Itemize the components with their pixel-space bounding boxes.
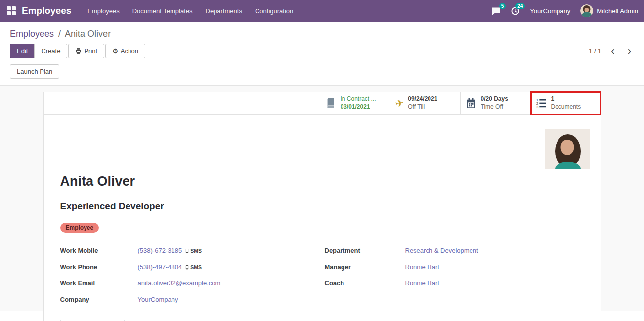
- work-mobile-row: Work Mobile (538)-672-3185 SMS: [60, 242, 325, 259]
- pager-next-icon[interactable]: ›: [625, 48, 634, 55]
- contract-status: In Contract ...: [341, 95, 376, 103]
- work-phone-row: Work Phone (538)-497-4804 SMS: [60, 259, 325, 275]
- create-button[interactable]: Create: [34, 44, 67, 58]
- user-menu[interactable]: Mitchell Admin: [580, 4, 638, 17]
- fields-right-column: Department Research & Development Manage…: [325, 242, 584, 308]
- work-email-value[interactable]: anita.oliver32@example.com: [138, 280, 221, 287]
- company-row: Company YourCompany: [60, 291, 325, 308]
- breadcrumb-current: Anita Oliver: [65, 29, 111, 39]
- grid-square: [7, 11, 11, 15]
- edit-button[interactable]: Edit: [10, 44, 35, 58]
- work-phone-label: Work Phone: [60, 263, 138, 271]
- time-off-days: 0/20 Days: [481, 95, 508, 103]
- pager-value: 1 / 1: [589, 47, 601, 55]
- book-icon: [325, 98, 336, 109]
- work-email-label: Work Email: [60, 280, 138, 287]
- coach-label: Coach: [325, 280, 399, 287]
- fields-grid: Work Mobile (538)-672-3185 SMS Work Phon…: [60, 242, 584, 308]
- breadcrumb-parent[interactable]: Employees: [10, 29, 54, 39]
- statusbar: Launch Plan: [0, 62, 644, 86]
- contract-date: 03/01/2021: [341, 103, 376, 111]
- employee-form-sheet: In Contract ... 03/01/2021 ✈ 09/24/2021 …: [43, 92, 601, 321]
- breadcrumb-separator: /: [58, 29, 61, 39]
- user-name: Mitchell Admin: [597, 7, 638, 15]
- company-label: Company: [60, 296, 138, 303]
- work-phone-sms-link[interactable]: SMS: [185, 264, 202, 270]
- sms-label: SMS: [190, 248, 202, 254]
- activities-badge: 24: [515, 3, 525, 9]
- calendar-icon: [466, 98, 476, 109]
- employee-job-title: Experienced Developer: [60, 201, 584, 212]
- stat-button-box: In Contract ... 03/01/2021 ✈ 09/24/2021 …: [44, 92, 601, 115]
- messages-button[interactable]: 5: [491, 6, 501, 16]
- mobile-phone-icon: [185, 248, 189, 254]
- printer-icon: [75, 48, 82, 54]
- menu-item-departments[interactable]: Departments: [200, 4, 248, 18]
- work-mobile-value[interactable]: (538)-672-3185 SMS: [138, 247, 202, 254]
- work-phone-value[interactable]: (538)-497-4804 SMS: [138, 263, 202, 271]
- pager: 1 / 1 ‹ ›: [589, 47, 634, 55]
- breadcrumb: Employees / Anita Oliver: [0, 22, 644, 40]
- apps-menu-icon[interactable]: [7, 6, 16, 15]
- ordered-list-icon: 123: [536, 98, 547, 109]
- control-panel-toolbar: Edit Create Print ⚙ Action 1 / 1 ‹ ›: [0, 40, 644, 62]
- documents-stat-text: 1 Documents: [551, 95, 581, 111]
- contract-stat-text: In Contract ... 03/01/2021: [341, 95, 376, 111]
- gear-icon: ⚙: [112, 47, 118, 55]
- company-value[interactable]: YourCompany: [138, 296, 178, 303]
- employee-photo[interactable]: [545, 129, 590, 169]
- fields-left-column: Work Mobile (538)-672-3185 SMS Work Phon…: [60, 242, 325, 308]
- company-switcher[interactable]: YourCompany: [530, 7, 570, 15]
- launch-plan-button[interactable]: Launch Plan: [10, 64, 59, 79]
- user-avatar: [580, 4, 593, 17]
- edit-create-group: Edit Create: [10, 44, 67, 58]
- department-value[interactable]: Research & Development: [399, 242, 478, 259]
- sms-label: SMS: [190, 264, 202, 270]
- work-phone-number[interactable]: (538)-497-4804: [138, 263, 182, 271]
- action-label: Action: [121, 47, 138, 55]
- documents-stat-button[interactable]: 123 1 Documents: [530, 92, 601, 114]
- time-off-label: Time Off: [481, 103, 508, 111]
- sheet-body: Anita Oliver Experienced Developer Emplo…: [44, 115, 601, 321]
- grid-square: [12, 6, 16, 10]
- off-till-stat-text: 09/24/2021 Off Till: [408, 95, 437, 111]
- activities-button[interactable]: 24: [511, 6, 520, 16]
- off-till-date: 09/24/2021: [408, 95, 437, 103]
- manager-row: Manager Ronnie Hart: [325, 259, 584, 275]
- pager-previous-icon[interactable]: ‹: [608, 48, 617, 55]
- department-row: Department Research & Development: [325, 242, 584, 259]
- employee-name: Anita Oliver: [60, 174, 584, 189]
- menu-item-employees[interactable]: Employees: [82, 4, 125, 18]
- menu-item-document-templates[interactable]: Document Templates: [127, 4, 198, 18]
- contract-stat-button[interactable]: In Contract ... 03/01/2021: [320, 92, 390, 114]
- work-mobile-sms-link[interactable]: SMS: [185, 248, 202, 254]
- documents-label: Documents: [551, 103, 581, 111]
- work-email-row: Work Email anita.oliver32@example.com: [60, 275, 325, 291]
- messages-badge: 5: [499, 3, 506, 9]
- employee-type-tag[interactable]: Employee: [60, 223, 99, 233]
- time-off-stat-text: 0/20 Days Time Off: [481, 95, 508, 111]
- navbar-right: 5 24 YourCompany Mitchell Admin: [491, 4, 638, 17]
- main-menu: Employees Document Templates Departments…: [82, 4, 299, 18]
- grid-square: [12, 11, 16, 15]
- print-label: Print: [84, 47, 97, 55]
- coach-row: Coach Ronnie Hart: [325, 275, 584, 291]
- department-label: Department: [325, 247, 399, 254]
- work-mobile-number[interactable]: (538)-672-3185: [138, 247, 182, 254]
- time-off-stat-button[interactable]: 0/20 Days Time Off: [460, 92, 530, 114]
- grid-square: [7, 6, 11, 10]
- print-button[interactable]: Print: [68, 44, 104, 58]
- app-name[interactable]: Employees: [22, 5, 71, 16]
- form-view: In Contract ... 03/01/2021 ✈ 09/24/2021 …: [0, 86, 644, 311]
- work-mobile-label: Work Mobile: [60, 247, 138, 254]
- manager-value[interactable]: Ronnie Hart: [399, 259, 439, 275]
- off-till-stat-button[interactable]: ✈ 09/24/2021 Off Till: [390, 92, 460, 114]
- top-navbar: Employees Employees Document Templates D…: [0, 0, 644, 22]
- menu-item-configuration[interactable]: Configuration: [250, 4, 299, 18]
- svg-text:3: 3: [536, 105, 538, 109]
- manager-label: Manager: [325, 263, 399, 271]
- coach-value[interactable]: Ronnie Hart: [399, 275, 439, 291]
- tags-row: Employee: [60, 223, 584, 233]
- documents-count: 1: [551, 95, 581, 103]
- action-button[interactable]: ⚙ Action: [105, 44, 145, 58]
